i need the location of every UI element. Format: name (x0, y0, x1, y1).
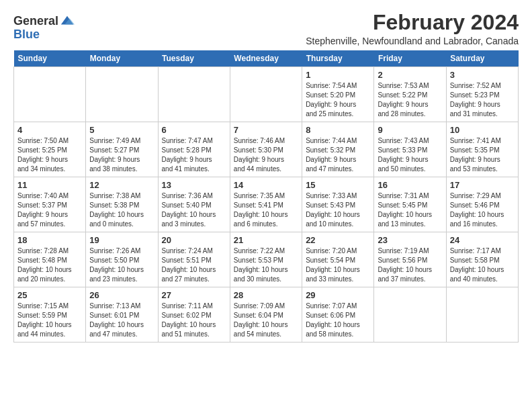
day-info-line: Sunrise: 7:20 AM (306, 247, 357, 255)
month-year-title: February 2024 (306, 11, 519, 34)
day-info-line: Sunset: 5:20 PM (306, 91, 355, 99)
table-cell (230, 67, 302, 122)
table-cell (14, 67, 86, 122)
day-info-line: Sunrise: 7:11 AM (162, 302, 213, 310)
day-info-line: Sunrise: 7:35 AM (234, 192, 285, 199)
daylight-hours: Daylight: 9 hours (378, 101, 428, 108)
day-info-line: Sunrise: 7:47 AM (162, 137, 213, 144)
day-info-line: and 54 minutes. (234, 330, 281, 338)
table-cell: 4Sunrise: 7:50 AMSunset: 5:25 PMDaylight… (14, 122, 86, 177)
day-number: 24 (450, 235, 515, 245)
day-info: Sunrise: 7:15 AMSunset: 5:59 PMDaylight:… (17, 302, 82, 339)
day-info-line: Sunrise: 7:36 AM (162, 192, 213, 199)
day-info-line: Sunrise: 7:50 AM (17, 137, 69, 144)
day-info-line: and 34 minutes. (17, 165, 65, 173)
week-row-1: 1Sunrise: 7:54 AMSunset: 5:20 PMDaylight… (14, 67, 519, 122)
day-info: Sunrise: 7:33 AMSunset: 5:43 PMDaylight:… (306, 191, 370, 229)
daylight-hours: Daylight: 10 hours (17, 321, 72, 328)
daylight-hours: Daylight: 10 hours (89, 321, 144, 328)
weekday-header-thursday: Thursday (302, 50, 374, 67)
day-info-line: Sunrise: 7:26 AM (89, 247, 140, 255)
day-info: Sunrise: 7:11 AMSunset: 6:02 PMDaylight:… (162, 302, 226, 339)
day-info-line: Sunrise: 7:54 AM (306, 82, 357, 89)
table-cell: 26Sunrise: 7:13 AMSunset: 6:01 PMDayligh… (86, 287, 158, 342)
table-cell: 23Sunrise: 7:19 AMSunset: 5:56 PMDayligh… (374, 232, 446, 287)
table-cell: 24Sunrise: 7:17 AMSunset: 5:58 PMDayligh… (446, 232, 518, 287)
day-info-line: Sunset: 5:28 PM (162, 146, 212, 154)
day-info-line: and 27 minutes. (162, 275, 210, 283)
day-number: 22 (306, 235, 370, 245)
day-number: 5 (89, 125, 154, 135)
day-info: Sunrise: 7:35 AMSunset: 5:41 PMDaylight:… (234, 191, 298, 229)
day-number: 20 (162, 235, 226, 245)
table-cell (374, 287, 446, 342)
day-number: 2 (378, 70, 442, 80)
day-info-line: Sunrise: 7:46 AM (234, 137, 285, 144)
table-cell: 8Sunrise: 7:44 AMSunset: 5:32 PMDaylight… (302, 122, 374, 177)
day-info-line: and 44 minutes. (17, 330, 65, 338)
day-info-line: Sunset: 5:53 PM (234, 257, 283, 264)
day-info-line: Sunrise: 7:44 AM (306, 137, 357, 144)
table-cell: 25Sunrise: 7:15 AMSunset: 5:59 PMDayligh… (14, 287, 86, 342)
daylight-hours: Daylight: 10 hours (378, 266, 432, 273)
day-number: 7 (234, 125, 298, 135)
day-number: 8 (306, 125, 370, 135)
day-info-line: Sunrise: 7:33 AM (306, 192, 357, 199)
day-info: Sunrise: 7:41 AMSunset: 5:35 PMDaylight:… (450, 136, 515, 174)
day-info: Sunrise: 7:19 AMSunset: 5:56 PMDaylight:… (378, 246, 442, 284)
table-cell: 14Sunrise: 7:35 AMSunset: 5:41 PMDayligh… (230, 177, 302, 232)
day-info-line: Sunrise: 7:53 AM (378, 82, 429, 89)
day-number: 13 (162, 180, 226, 190)
day-info-line: and 30 minutes. (234, 275, 281, 283)
daylight-hours: Daylight: 10 hours (234, 266, 288, 273)
daylight-hours: Daylight: 9 hours (306, 156, 356, 163)
day-info-line: and 20 minutes. (17, 275, 65, 283)
day-info: Sunrise: 7:54 AMSunset: 5:20 PMDaylight:… (306, 81, 370, 119)
day-info-line: and 58 minutes. (306, 330, 353, 338)
day-info-line: and 6 minutes. (234, 220, 278, 228)
day-number: 16 (378, 180, 442, 190)
daylight-hours: Daylight: 10 hours (450, 266, 504, 273)
day-info-line: Sunrise: 7:09 AM (234, 302, 285, 310)
day-info: Sunrise: 7:22 AMSunset: 5:53 PMDaylight:… (234, 246, 298, 284)
day-info-line: and 44 minutes. (234, 165, 281, 173)
day-info-line: Sunset: 5:51 PM (162, 257, 212, 264)
day-info-line: Sunset: 6:01 PM (89, 312, 139, 319)
day-info: Sunrise: 7:52 AMSunset: 5:23 PMDaylight:… (450, 81, 515, 119)
daylight-hours: Daylight: 9 hours (17, 156, 68, 163)
table-cell: 18Sunrise: 7:28 AMSunset: 5:48 PMDayligh… (14, 232, 86, 287)
week-row-5: 25Sunrise: 7:15 AMSunset: 5:59 PMDayligh… (14, 287, 519, 342)
day-info-line: Sunset: 5:32 PM (306, 146, 355, 154)
day-info-line: Sunset: 6:02 PM (162, 312, 212, 319)
day-info-line: Sunset: 5:45 PM (378, 201, 427, 209)
day-info-line: and 38 minutes. (89, 165, 137, 173)
day-info: Sunrise: 7:09 AMSunset: 6:04 PMDaylight:… (234, 302, 298, 339)
daylight-hours: Daylight: 9 hours (162, 156, 212, 163)
table-cell: 16Sunrise: 7:31 AMSunset: 5:45 PMDayligh… (374, 177, 446, 232)
day-info-line: Sunrise: 7:28 AM (17, 247, 69, 255)
day-info: Sunrise: 7:44 AMSunset: 5:32 PMDaylight:… (306, 136, 370, 174)
day-info-line: Sunrise: 7:24 AM (162, 247, 213, 255)
daylight-hours: Daylight: 10 hours (450, 211, 504, 218)
day-info: Sunrise: 7:49 AMSunset: 5:27 PMDaylight:… (89, 136, 154, 174)
day-info: Sunrise: 7:38 AMSunset: 5:38 PMDaylight:… (89, 191, 154, 229)
daylight-hours: Daylight: 9 hours (450, 101, 500, 108)
day-number: 17 (450, 180, 515, 190)
weekday-header-tuesday: Tuesday (158, 50, 230, 67)
title-section: February 2024 Stephenville, Newfoundland… (306, 11, 519, 46)
table-cell: 27Sunrise: 7:11 AMSunset: 6:02 PMDayligh… (158, 287, 230, 342)
day-number: 12 (89, 180, 154, 190)
day-info-line: Sunset: 5:41 PM (234, 201, 283, 209)
table-cell: 1Sunrise: 7:54 AMSunset: 5:20 PMDaylight… (302, 67, 374, 122)
day-number: 27 (162, 290, 226, 300)
weekday-header-wednesday: Wednesday (230, 50, 302, 67)
table-cell: 6Sunrise: 7:47 AMSunset: 5:28 PMDaylight… (158, 122, 230, 177)
day-info-line: and 23 minutes. (89, 275, 137, 283)
day-info-line: Sunrise: 7:07 AM (306, 302, 357, 310)
day-info-line: Sunrise: 7:52 AM (450, 82, 501, 89)
day-number: 3 (450, 70, 515, 80)
day-number: 28 (234, 290, 298, 300)
day-number: 26 (89, 290, 154, 300)
day-info-line: and 0 minutes. (89, 220, 134, 228)
daylight-hours: Daylight: 9 hours (89, 156, 140, 163)
